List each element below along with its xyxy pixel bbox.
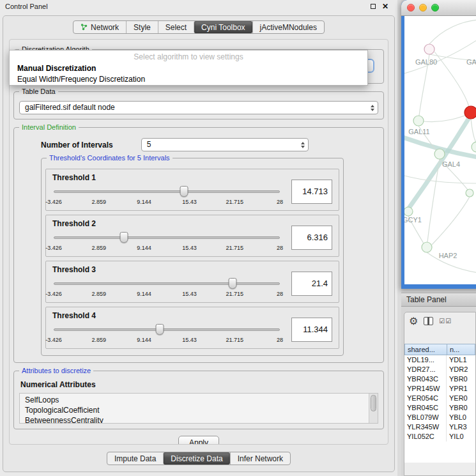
table-row[interactable]: YBR045CYBR0 — [404, 403, 475, 413]
network-node[interactable] — [434, 149, 445, 159]
slider-track — [54, 236, 280, 239]
network-view-window: GAL80GAGAL11GAL4GCY1HAP2 — [401, 0, 476, 289]
table-cell: YDL1 — [447, 355, 475, 365]
table-row[interactable]: YDR27...YDR2 — [404, 365, 475, 374]
threshold-slider[interactable] — [54, 186, 280, 197]
network-node[interactable] — [424, 44, 434, 54]
table-column-header[interactable]: shared... — [404, 344, 447, 355]
threshold-value-field[interactable]: 14.713 — [291, 180, 332, 204]
bottom-tab-infer-network[interactable]: Infer Network — [230, 452, 290, 464]
tab-label: Select — [165, 23, 187, 32]
table-cell: YPR1 — [447, 384, 475, 394]
tab-label: Impute Data — [114, 454, 156, 463]
table-data-combobox[interactable]: galFiltered.sif default node — [19, 101, 378, 114]
table-row[interactable]: YDL19...YDL1 — [404, 355, 475, 365]
combobox-value: galFiltered.sif default node — [25, 103, 115, 112]
tab-style[interactable]: Style — [126, 21, 158, 33]
table-cell: YDR27... — [404, 365, 447, 374]
threshold-value-field[interactable]: 21.4 — [291, 272, 332, 296]
gear-icon[interactable]: ⚙ — [409, 316, 418, 326]
network-node[interactable] — [404, 207, 413, 216]
table-toolbar: ⚙ ☑☑ — [404, 312, 475, 330]
table-row[interactable]: YPR145WYPR1 — [404, 384, 475, 394]
group-label: Interval Definition — [19, 123, 79, 131]
slider-thumb[interactable] — [119, 232, 128, 243]
control-panel-tab-bar: NetworkStyleSelectCyni ToolboxjActiveMNo… — [73, 20, 325, 34]
table-row[interactable]: YLR345WYLR3 — [404, 422, 475, 432]
attribute-list-item[interactable]: TopologicalCoefficient — [20, 405, 378, 415]
bottom-tab-discretize-data[interactable]: Discretize Data — [163, 452, 229, 464]
table-cell: YBR0 — [447, 374, 475, 384]
float-window-icon[interactable] — [371, 4, 376, 9]
tick-label: -3.426 — [45, 337, 62, 343]
network-node-selected[interactable] — [464, 106, 476, 119]
threshold-slider[interactable] — [54, 324, 280, 335]
minimize-traffic-light-icon[interactable] — [419, 4, 427, 12]
combobox-arrows-icon — [371, 105, 374, 111]
threshold-panels: Threshold 1-3.4262.8599.14415.4321.71528… — [45, 169, 339, 349]
network-canvas[interactable]: GAL80GAGAL11GAL4GCY1HAP2 — [404, 16, 476, 284]
network-node-label: GAL4 — [442, 160, 460, 168]
slider-tick-labels: -3.4262.8599.14415.4321.71528 — [54, 337, 280, 344]
slider-tick-labels: -3.4262.8599.14415.4321.71528 — [54, 199, 280, 206]
slider-track — [54, 328, 280, 331]
tick-label: 2.859 — [92, 337, 107, 343]
algorithm-option[interactable]: Manual Discretization — [10, 63, 367, 74]
bottom-tab-impute-data[interactable]: Impute Data — [107, 452, 163, 464]
table-body: YDL19...YDL1YDR27...YDR2YBR043CYBR0YPR14… — [404, 355, 475, 463]
scrollbar[interactable] — [369, 394, 378, 423]
network-edge — [471, 119, 476, 144]
scrollbar-thumb[interactable] — [371, 395, 376, 411]
columns-icon[interactable] — [424, 317, 433, 325]
threshold-value-field[interactable]: 11.344 — [291, 318, 332, 342]
titlebar-icons: ✕ — [371, 3, 388, 10]
slider-thumb[interactable] — [228, 278, 236, 289]
slider-thumb[interactable] — [180, 186, 188, 197]
arrow-up-icon — [371, 105, 374, 107]
tick-label: 28 — [277, 291, 283, 297]
close-traffic-light-icon[interactable] — [407, 4, 415, 12]
network-node[interactable] — [413, 116, 424, 126]
attribute-list-item[interactable]: SelfLoops — [20, 395, 378, 405]
tab-network[interactable]: Network — [73, 21, 126, 33]
slider-tick-labels: -3.4262.8599.14415.4321.71528 — [54, 245, 280, 252]
table-column-header[interactable]: n... — [447, 344, 475, 355]
tab-jactivemnodules[interactable]: jActiveMNodules — [252, 21, 324, 33]
table-panel: ⚙ ☑☑ shared...n... YDL19...YDL1YDR27...Y… — [404, 312, 476, 476]
table-row[interactable]: YIL052CYIL0 — [404, 432, 475, 441]
group-label: Table Data — [19, 88, 58, 95]
tab-cyni-toolbox[interactable]: Cyni Toolbox — [194, 21, 252, 33]
tick-label: 9.144 — [137, 199, 151, 205]
tick-label: -3.426 — [45, 199, 62, 205]
attribute-list-item[interactable]: BetweennessCentrality — [20, 415, 378, 424]
table-panel-titlebar: Table Panel — [401, 293, 476, 307]
table-row[interactable]: YER054CYER0 — [404, 394, 475, 403]
table-row[interactable]: YBL079WYBL0 — [404, 413, 475, 422]
tick-label: 21.715 — [226, 245, 243, 251]
network-node[interactable] — [422, 242, 432, 252]
apply-button[interactable]: Apply — [178, 436, 219, 445]
threshold-slider[interactable] — [54, 232, 280, 243]
network-icon — [81, 24, 88, 31]
close-icon[interactable]: ✕ — [382, 3, 388, 10]
network-node[interactable] — [472, 142, 476, 152]
threshold-slider[interactable] — [54, 278, 280, 289]
threshold-value-field[interactable]: 6.316 — [291, 226, 332, 250]
table-header-row: shared...n... — [404, 344, 475, 355]
numerical-attributes-label: Numerical Attributes — [20, 380, 378, 389]
combobox-value: 5 — [147, 140, 151, 149]
number-of-intervals-combobox[interactable]: 5 — [141, 138, 309, 151]
tick-label: 21.715 — [226, 291, 243, 297]
network-node[interactable] — [466, 189, 473, 197]
table-row[interactable]: YBR043CYBR0 — [404, 374, 475, 384]
slider-thumb[interactable] — [156, 324, 164, 335]
tab-select[interactable]: Select — [158, 21, 194, 33]
network-node-label: GAL80 — [415, 58, 437, 66]
network-window-titlebar[interactable] — [401, 0, 476, 16]
algorithm-dropdown: Select algorithm to view settings Manual… — [9, 50, 368, 86]
algorithm-option[interactable]: Equal Width/Frequency Discretization — [10, 74, 367, 85]
attributes-list-items: SelfLoopsTopologicalCoefficientBetweenne… — [20, 395, 378, 424]
select-columns-icon[interactable]: ☑☑ — [439, 318, 452, 325]
zoom-traffic-light-icon[interactable] — [431, 4, 439, 12]
tick-label: 9.144 — [137, 291, 151, 297]
